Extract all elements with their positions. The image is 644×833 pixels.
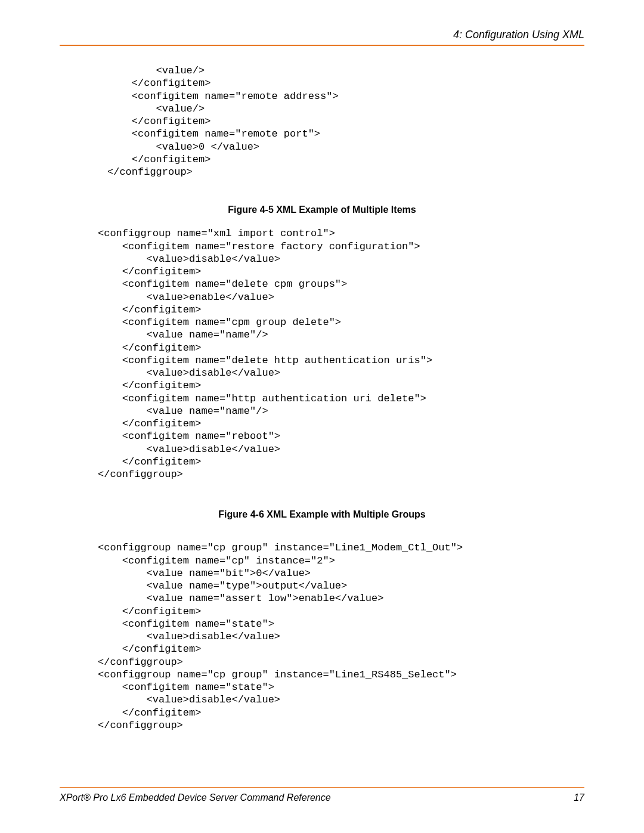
code-block-3: <configgroup name="cp group" instance="L…: [98, 541, 584, 732]
page-footer: XPort® Pro Lx6 Embedded Device Server Co…: [60, 787, 584, 804]
page-content: <value/> </configitem> <configitem name=…: [60, 64, 584, 758]
header-divider: [60, 45, 584, 46]
footer-divider: [60, 787, 584, 788]
code-block-2: <configgroup name="xml import control"> …: [98, 227, 584, 481]
figure-caption-2: Figure 4-6 XML Example with Multiple Gro…: [60, 509, 584, 520]
figure-caption-1: Figure 4-5 XML Example of Multiple Items: [60, 205, 584, 215]
footer-row: XPort® Pro Lx6 Embedded Device Server Co…: [60, 792, 584, 803]
code-block-1: <value/> </configitem> <configitem name=…: [107, 64, 584, 178]
chapter-title: 4: Configuration Using XML: [60, 29, 584, 45]
page-number: 17: [574, 792, 584, 803]
footer-title: XPort® Pro Lx6 Embedded Device Server Co…: [60, 792, 331, 803]
page-header: 4: Configuration Using XML: [60, 29, 584, 46]
